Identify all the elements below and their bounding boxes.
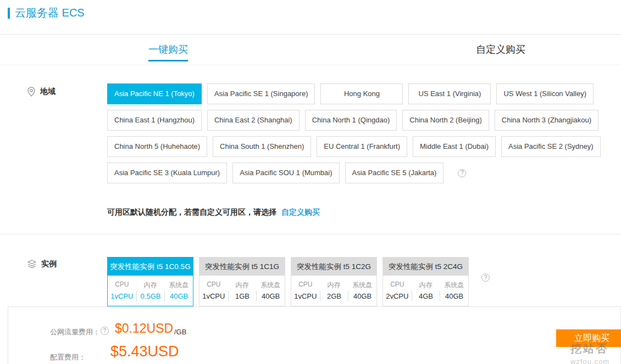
spec-value: 40GB — [348, 291, 376, 301]
spec-value: 40GB — [440, 291, 468, 301]
instance-card[interactable]: 突发性能实例 t5 2C4GCPU内存系统盘2vCPU4GB40GB — [382, 257, 469, 306]
region-button[interactable]: US East 1 (Virginia) — [408, 83, 491, 104]
region-section-label: 地域 — [27, 87, 56, 97]
region-button[interactable]: Asia Pacific SE 3 (Kuala Lumpur) — [107, 163, 227, 183]
instance-card-specs: CPU内存系统盘1vCPU2GB40GB — [291, 276, 376, 306]
region-button[interactable]: Asia Pacific SOU 1 (Mumbai) — [232, 163, 339, 183]
layers-icon — [27, 260, 36, 268]
region-button[interactable]: Asia Pacific SE 5 (Jakarta) — [345, 163, 444, 183]
spec-value: 4GB — [412, 291, 440, 301]
title-accent-bar — [8, 8, 10, 19]
page-title-text: 云服务器 ECS — [15, 5, 85, 20]
divider — [0, 234, 621, 234]
spec-value: 1vCPU — [199, 291, 228, 301]
price-footer-panel: 公网流量费用： ? $0.12USD /GB 配置费用： $5.43USD — [8, 306, 621, 364]
spec-header: CPU — [108, 279, 136, 291]
instance-card[interactable]: 突发性能实例 t5 1C2GCPU内存系统盘1vCPU2GB40GB — [291, 257, 377, 306]
spec-value: 40GB — [256, 291, 285, 301]
spec-header: 内存 — [412, 279, 440, 291]
instance-card-specs: CPU内存系统盘1vCPU1GB40GB — [199, 276, 285, 306]
spec-value: 1GB — [228, 291, 257, 301]
spec-header: 内存 — [136, 279, 165, 291]
spec-value: 1vCPU — [108, 291, 136, 301]
region-help-icon[interactable]: ? — [458, 169, 466, 177]
region-label-text: 地域 — [40, 87, 56, 97]
region-button[interactable]: China North 2 (Beijing) — [402, 110, 489, 131]
traffic-fee-label: 公网流量费用： — [50, 327, 100, 337]
spec-header: 系统盘 — [348, 279, 376, 291]
region-button[interactable]: China North 5 (Huhehaote) — [107, 136, 207, 157]
region-button[interactable]: US West 1 (Silicon Valley) — [496, 83, 594, 104]
region-button[interactable]: Middle East 1 (Dubai) — [413, 136, 496, 157]
spec-value: 2GB — [320, 291, 348, 301]
region-button[interactable]: China East 2 (Shanghai) — [207, 110, 300, 131]
spec-value: 1vCPU — [291, 291, 320, 301]
tab-custom-buy[interactable]: 自定义购买 — [476, 43, 525, 56]
spec-header: 系统盘 — [164, 279, 193, 291]
spec-header: 系统盘 — [440, 279, 468, 291]
divider — [0, 34, 621, 35]
availability-zone-note: 可用区默认随机分配，若需自定义可用区，请选择 自定义购买 — [107, 208, 320, 217]
instance-card-specs: CPU内存系统盘1vCPU0.5GB40GB — [108, 276, 193, 306]
region-list: Asia Pacific NE 1 (Tokyo)Asia Pacific SE… — [107, 83, 621, 189]
instance-label-text: 实例 — [41, 259, 57, 269]
tab-one-click-buy[interactable]: 一键购买 — [148, 43, 188, 61]
instance-card-title: 突发性能实例 t5 1C1G — [199, 257, 285, 276]
instance-card-specs: CPU内存系统盘2vCPU4GB40GB — [383, 276, 468, 306]
traffic-fee-price: $0.12USD — [115, 321, 173, 336]
region-row: Asia Pacific NE 1 (Tokyo)Asia Pacific SE… — [107, 83, 621, 104]
region-row: Asia Pacific SE 3 (Kuala Lumpur)Asia Pac… — [107, 163, 621, 183]
spec-header: 系统盘 — [256, 279, 285, 291]
config-fee-price: $5.43USD — [110, 343, 179, 360]
spec-header: CPU — [199, 279, 228, 291]
buy-now-button[interactable]: 立即购买 — [556, 329, 621, 347]
page-title: 云服务器 ECS — [8, 5, 85, 20]
instance-card[interactable]: 突发性能实例 t5 1C1GCPU内存系统盘1vCPU1GB40GB — [199, 257, 285, 306]
region-row: China North 5 (Huhehaote)China South 1 (… — [107, 136, 621, 157]
spec-header: 内存 — [320, 279, 348, 291]
region-row: China East 1 (Hangzhou)China East 2 (Sha… — [107, 110, 621, 131]
spec-header: CPU — [383, 279, 412, 291]
region-button[interactable]: EU Central 1 (Frankfurt) — [317, 136, 407, 157]
region-button[interactable]: Asia Pacific SE 2 (Sydney) — [501, 136, 601, 157]
location-pin-icon — [27, 87, 35, 97]
region-button[interactable]: China East 1 (Hangzhou) — [107, 110, 202, 131]
divider — [0, 65, 621, 65]
custom-buy-link[interactable]: 自定义购买 — [281, 208, 320, 216]
instance-card-title: 突发性能实例 t5 1C2G — [291, 257, 376, 276]
traffic-fee-unit: /GB — [174, 328, 186, 336]
spec-header: CPU — [291, 279, 320, 291]
region-button[interactable]: China North 3 (Zhangjiakou) — [495, 110, 598, 131]
region-button[interactable]: Asia Pacific SE 1 (Singapore) — [207, 83, 315, 104]
region-button[interactable]: China North 1 (Qingdao) — [305, 110, 397, 131]
config-fee-label: 配置费用： — [50, 352, 86, 362]
region-button[interactable]: Hong Kong — [320, 83, 403, 104]
spec-value: 2vCPU — [383, 291, 412, 301]
instance-card-list: 突发性能实例 t5 1C0.5GCPU内存系统盘1vCPU0.5GB40GB突发… — [107, 257, 469, 306]
instance-card-title: 突发性能实例 t5 1C0.5G — [108, 257, 193, 276]
instance-section-label: 实例 — [27, 259, 57, 269]
spec-header: 内存 — [228, 279, 257, 291]
region-button[interactable]: China South 1 (Shenzhen) — [213, 136, 311, 157]
instance-card[interactable]: 突发性能实例 t5 1C0.5GCPU内存系统盘1vCPU0.5GB40GB — [107, 257, 193, 306]
spec-value: 40GB — [164, 291, 193, 301]
region-button[interactable]: Asia Pacific NE 1 (Tokyo) — [107, 83, 202, 104]
spec-value: 0.5GB — [136, 291, 165, 301]
zone-note-text: 可用区默认随机分配，若需自定义可用区，请选择 — [107, 208, 276, 216]
traffic-fee-help-icon[interactable]: ? — [101, 327, 109, 335]
instance-help-icon[interactable]: ? — [481, 273, 490, 282]
instance-card-title: 突发性能实例 t5 2C4G — [383, 257, 468, 276]
